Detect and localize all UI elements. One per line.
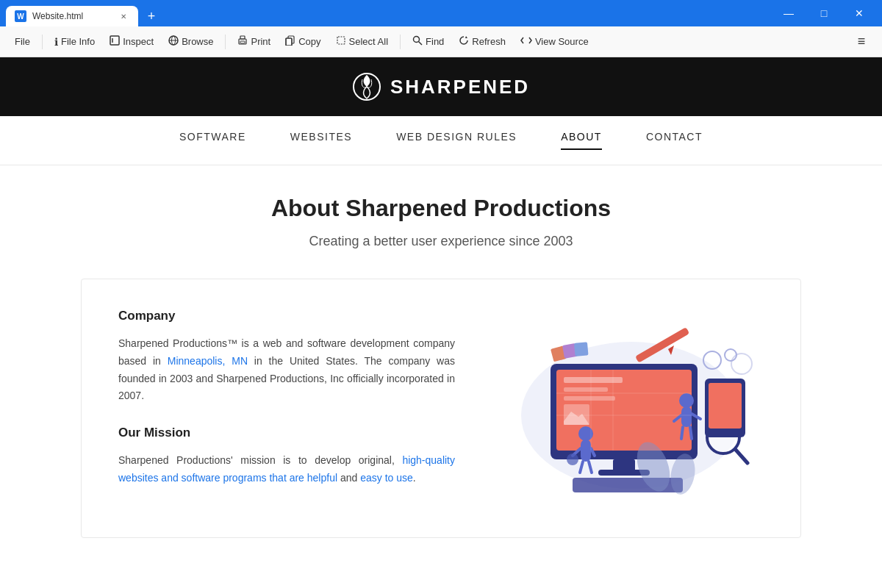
logo-text: SHARPENED <box>390 76 530 98</box>
nav-websites[interactable]: WEBSITES <box>290 131 352 150</box>
inspect-button[interactable]: Inspect <box>104 32 159 51</box>
copy-label: Copy <box>298 36 320 47</box>
nav-about[interactable]: ABOUT <box>561 131 602 150</box>
browse-icon <box>168 35 179 48</box>
copy-icon <box>285 35 295 48</box>
svg-rect-0 <box>110 36 119 45</box>
title-bar: W Website.html ✕ + — □ ✕ <box>0 0 882 26</box>
content-left: Company Sharpened Productions™ is a web … <box>118 309 455 508</box>
logo-icon <box>352 72 381 101</box>
close-button[interactable]: ✕ <box>842 1 876 25</box>
viewsource-icon <box>520 35 532 48</box>
site-main: About Sharpened Productions Creating a b… <box>37 165 845 567</box>
refresh-label: Refresh <box>472 36 506 47</box>
page-subtitle: Creating a better user experience since … <box>81 234 801 249</box>
website-content: SHARPENED SOFTWARE WEBSITES WEB DESIGN R… <box>0 57 882 588</box>
company-heading: Company <box>118 309 455 323</box>
viewsource-label: View Source <box>535 36 589 47</box>
file-label: File <box>15 36 30 47</box>
page-title: About Sharpened Productions <box>81 195 801 222</box>
mission-text-span2: and <box>337 472 360 484</box>
new-tab-button[interactable]: + <box>141 6 162 26</box>
maximize-button[interactable]: □ <box>807 1 841 25</box>
print-label: Print <box>251 36 270 47</box>
mission-text-span3: . <box>413 472 416 484</box>
viewsource-button[interactable]: View Source <box>514 32 595 51</box>
browse-label: Browse <box>182 36 213 47</box>
svg-rect-20 <box>564 396 615 401</box>
nav-webdesign[interactable]: WEB DESIGN RULES <box>396 131 517 150</box>
mission-text-span: Sharpened Productions' mission is to dev… <box>118 454 402 466</box>
svg-rect-18 <box>564 377 623 383</box>
print-button[interactable]: Print <box>232 32 276 51</box>
svg-point-32 <box>567 453 578 465</box>
fileinfo-label: File Info <box>61 36 95 47</box>
svg-point-48 <box>731 354 752 374</box>
nav-contact[interactable]: CONTACT <box>646 131 703 150</box>
menu-button[interactable]: ≡ <box>850 30 873 54</box>
minneapolis-link[interactable]: Minneapolis, MN <box>168 355 248 367</box>
svg-line-40 <box>736 450 747 463</box>
svg-rect-19 <box>564 387 608 392</box>
separator-2 <box>225 35 226 49</box>
content-right <box>499 309 764 508</box>
tab-area: W Website.html ✕ + <box>6 0 769 26</box>
svg-point-33 <box>679 393 694 408</box>
mission-text: Sharpened Productions' mission is to dev… <box>118 452 455 487</box>
selectall-label: Select All <box>349 36 388 47</box>
separator-1 <box>42 35 43 49</box>
svg-rect-9 <box>286 38 292 46</box>
fileinfo-button[interactable]: ℹ File Info <box>49 33 101 51</box>
svg-rect-34 <box>681 406 692 427</box>
svg-rect-6 <box>240 36 245 39</box>
file-button[interactable]: File <box>9 33 36 50</box>
print-icon <box>237 35 248 48</box>
tab-close-button[interactable]: ✕ <box>118 10 129 22</box>
mission-link2[interactable]: easy to use <box>360 472 413 484</box>
fileinfo-icon: ℹ <box>54 36 58 48</box>
tab-favicon: W <box>15 10 26 22</box>
mission-heading: Our Mission <box>118 426 455 440</box>
selectall-button[interactable]: Select All <box>330 32 394 51</box>
svg-line-38 <box>690 427 692 439</box>
company-text: Sharpened Productions™ is a web and soft… <box>118 335 455 405</box>
find-icon <box>412 35 423 48</box>
svg-line-37 <box>681 427 683 439</box>
logo-area: SHARPENED <box>352 72 530 101</box>
refresh-icon <box>459 35 469 48</box>
svg-rect-7 <box>240 41 245 43</box>
find-label: Find <box>426 36 444 47</box>
svg-rect-21 <box>613 459 635 471</box>
site-nav: SOFTWARE WEBSITES WEB DESIGN RULES ABOUT… <box>0 116 882 165</box>
browse-button[interactable]: Browse <box>162 32 219 51</box>
svg-point-12 <box>414 37 420 43</box>
active-tab[interactable]: W Website.html ✕ <box>6 6 138 26</box>
content-card: Company Sharpened Productions™ is a web … <box>81 279 801 538</box>
selectall-icon <box>336 35 346 48</box>
toolbar-menu: ≡ <box>850 30 873 54</box>
site-header: SHARPENED <box>0 57 882 116</box>
inspect-icon <box>110 35 120 48</box>
illustration <box>506 320 756 496</box>
svg-rect-27 <box>581 440 591 462</box>
refresh-button[interactable]: Refresh <box>453 32 512 51</box>
find-button[interactable]: Find <box>406 32 450 51</box>
separator-3 <box>400 35 401 49</box>
svg-line-13 <box>419 42 423 46</box>
inspect-label: Inspect <box>123 36 154 47</box>
minimize-button[interactable]: — <box>772 1 806 25</box>
svg-rect-11 <box>337 37 345 44</box>
svg-point-47 <box>725 349 736 361</box>
window-controls: — □ ✕ <box>772 1 876 25</box>
nav-software[interactable]: SOFTWARE <box>179 131 246 150</box>
tab-title: Website.html <box>32 11 112 21</box>
copy-button[interactable]: Copy <box>279 32 326 51</box>
svg-rect-45 <box>574 343 589 357</box>
svg-rect-42 <box>709 383 742 429</box>
toolbar: File ℹ File Info Inspect Browse Print Co… <box>0 26 882 57</box>
